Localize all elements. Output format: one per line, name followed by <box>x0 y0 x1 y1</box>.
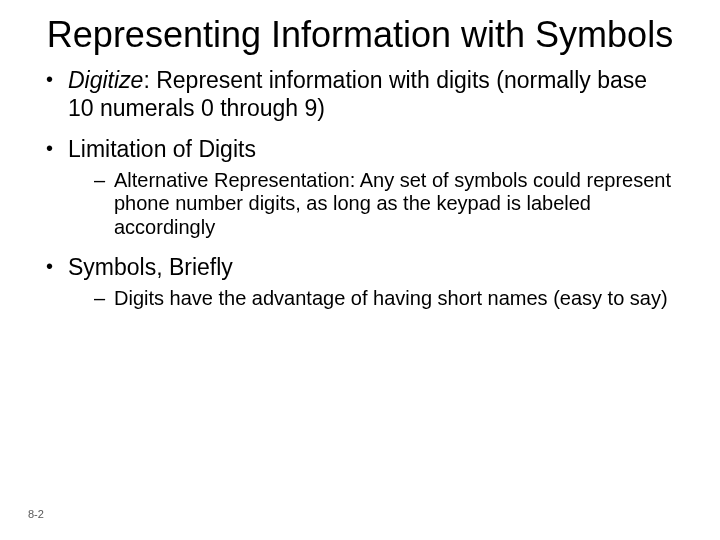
slide: Representing Information with Symbols Di… <box>0 0 720 540</box>
bullet-list: Digitize: Represent information with dig… <box>42 67 678 310</box>
bullet-limitation: Limitation of Digits Alternative Represe… <box>42 136 678 240</box>
slide-title: Representing Information with Symbols <box>0 0 720 59</box>
bullet-digitize: Digitize: Represent information with dig… <box>42 67 678 121</box>
symbols-heading: Symbols, Briefly <box>68 254 233 280</box>
sub-list-limitation: Alternative Representation: Any set of s… <box>68 169 678 240</box>
sub-list-symbols: Digits have the advantage of having shor… <box>68 287 678 311</box>
digitize-definition: : Represent information with digits (nor… <box>68 67 647 120</box>
limitation-heading: Limitation of Digits <box>68 136 256 162</box>
page-number: 8-2 <box>28 508 44 520</box>
slide-body: Digitize: Represent information with dig… <box>0 59 720 310</box>
bullet-symbols: Symbols, Briefly Digits have the advanta… <box>42 254 678 311</box>
term-digitize: Digitize <box>68 67 143 93</box>
sub-bullet-alternative: Alternative Representation: Any set of s… <box>94 169 678 240</box>
sub-bullet-short-names: Digits have the advantage of having shor… <box>94 287 678 311</box>
